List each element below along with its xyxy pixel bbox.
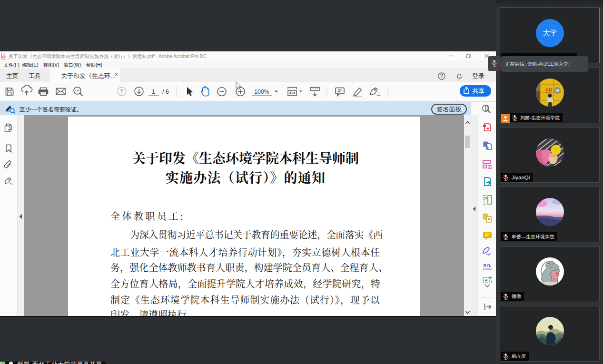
svg-text:入口: 入口	[544, 88, 553, 92]
svg-text:/ 6: / 6	[162, 89, 169, 95]
svg-text:1: 1	[152, 89, 155, 95]
svg-text:100%: 100%	[254, 89, 269, 95]
svg-text:共享: 共享	[472, 88, 484, 95]
svg-text:Entrance: Entrance	[545, 92, 552, 94]
